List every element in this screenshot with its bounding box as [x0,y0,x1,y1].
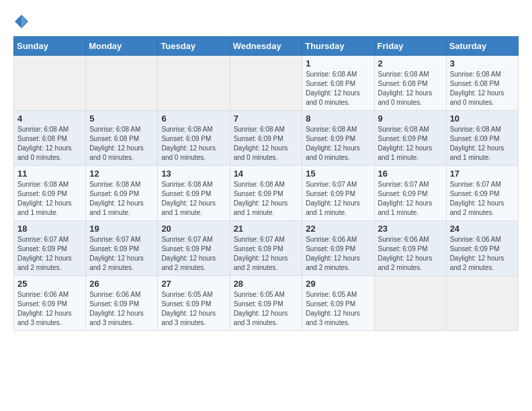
day-info: Sunrise: 6:07 AM Sunset: 6:09 PM Dayligh… [306,180,370,218]
weekday-header-sunday: Sunday [14,37,86,56]
calendar-cell: 23Sunrise: 6:06 AM Sunset: 6:09 PM Dayli… [374,221,446,276]
calendar-cell [374,276,446,331]
day-info: Sunrise: 6:06 AM Sunset: 6:09 PM Dayligh… [306,235,370,273]
day-number: 15 [306,169,370,179]
calendar-cell: 21Sunrise: 6:07 AM Sunset: 6:09 PM Dayli… [230,221,302,276]
calendar-cell: 27Sunrise: 6:05 AM Sunset: 6:09 PM Dayli… [158,276,230,331]
day-number: 9 [378,113,443,124]
calendar-cell [230,56,302,111]
day-info: Sunrise: 6:08 AM Sunset: 6:08 PM Dayligh… [450,70,515,107]
day-info: Sunrise: 6:05 AM Sunset: 6:09 PM Dayligh… [234,290,299,328]
day-number: 14 [234,169,299,179]
day-info: Sunrise: 6:05 AM Sunset: 6:09 PM Dayligh… [306,290,370,328]
weekday-header-wednesday: Wednesday [230,37,302,56]
calendar-week-row: 4Sunrise: 6:08 AM Sunset: 6:08 PM Daylig… [14,111,519,166]
day-info: Sunrise: 6:05 AM Sunset: 6:09 PM Dayligh… [161,290,226,328]
calendar-cell: 16Sunrise: 6:07 AM Sunset: 6:09 PM Dayli… [374,166,446,221]
day-number: 11 [17,169,82,179]
day-number: 18 [17,224,82,234]
day-number: 2 [378,58,443,68]
day-info: Sunrise: 6:06 AM Sunset: 6:09 PM Dayligh… [89,290,154,328]
calendar-cell: 14Sunrise: 6:08 AM Sunset: 6:09 PM Dayli… [230,166,302,221]
calendar-cell: 9Sunrise: 6:08 AM Sunset: 6:09 PM Daylig… [374,111,446,166]
day-number: 13 [161,169,226,179]
calendar-cell: 4Sunrise: 6:08 AM Sunset: 6:08 PM Daylig… [14,111,86,166]
calendar-cell: 1Sunrise: 6:08 AM Sunset: 6:08 PM Daylig… [302,56,374,111]
calendar-week-row: 1Sunrise: 6:08 AM Sunset: 6:08 PM Daylig… [14,56,519,111]
day-info: Sunrise: 6:08 AM Sunset: 6:08 PM Dayligh… [89,125,154,163]
day-number: 12 [89,169,154,179]
calendar-cell: 6Sunrise: 6:08 AM Sunset: 6:09 PM Daylig… [158,111,230,166]
day-info: Sunrise: 6:07 AM Sunset: 6:09 PM Dayligh… [234,235,299,273]
calendar-table: SundayMondayTuesdayWednesdayThursdayFrid… [13,36,519,331]
calendar-cell: 13Sunrise: 6:08 AM Sunset: 6:09 PM Dayli… [158,166,230,221]
day-number: 28 [234,279,299,289]
day-number: 7 [234,113,299,124]
day-number: 8 [306,113,370,124]
calendar-cell [158,56,230,111]
day-info: Sunrise: 6:08 AM Sunset: 6:09 PM Dayligh… [17,180,82,218]
day-info: Sunrise: 6:07 AM Sunset: 6:09 PM Dayligh… [89,235,154,273]
day-info: Sunrise: 6:08 AM Sunset: 6:09 PM Dayligh… [161,125,226,163]
calendar-week-row: 11Sunrise: 6:08 AM Sunset: 6:09 PM Dayli… [14,166,519,221]
calendar-cell: 10Sunrise: 6:08 AM Sunset: 6:09 PM Dayli… [446,111,518,166]
day-info: Sunrise: 6:08 AM Sunset: 6:09 PM Dayligh… [450,125,515,163]
calendar-cell: 26Sunrise: 6:06 AM Sunset: 6:09 PM Dayli… [86,276,158,331]
calendar-cell: 2Sunrise: 6:08 AM Sunset: 6:08 PM Daylig… [374,56,446,111]
calendar-cell: 24Sunrise: 6:06 AM Sunset: 6:09 PM Dayli… [446,221,518,276]
logo [13,13,32,30]
calendar-cell: 15Sunrise: 6:07 AM Sunset: 6:09 PM Dayli… [302,166,374,221]
day-info: Sunrise: 6:06 AM Sunset: 6:09 PM Dayligh… [378,235,443,273]
day-info: Sunrise: 6:06 AM Sunset: 6:09 PM Dayligh… [17,290,82,328]
calendar-cell: 11Sunrise: 6:08 AM Sunset: 6:09 PM Dayli… [14,166,86,221]
calendar-cell: 25Sunrise: 6:06 AM Sunset: 6:09 PM Dayli… [14,276,86,331]
calendar-week-row: 25Sunrise: 6:06 AM Sunset: 6:09 PM Dayli… [14,276,519,331]
day-info: Sunrise: 6:08 AM Sunset: 6:09 PM Dayligh… [161,180,226,218]
day-info: Sunrise: 6:08 AM Sunset: 6:09 PM Dayligh… [234,180,299,218]
day-info: Sunrise: 6:08 AM Sunset: 6:09 PM Dayligh… [306,125,370,163]
day-number: 16 [378,169,443,179]
calendar-cell [14,56,86,111]
calendar-cell: 28Sunrise: 6:05 AM Sunset: 6:09 PM Dayli… [230,276,302,331]
day-number: 19 [89,224,154,234]
day-info: Sunrise: 6:08 AM Sunset: 6:08 PM Dayligh… [17,125,82,163]
weekday-header-saturday: Saturday [446,37,518,56]
day-info: Sunrise: 6:08 AM Sunset: 6:08 PM Dayligh… [306,70,370,107]
calendar-cell: 3Sunrise: 6:08 AM Sunset: 6:08 PM Daylig… [446,56,518,111]
calendar-cell: 5Sunrise: 6:08 AM Sunset: 6:08 PM Daylig… [86,111,158,166]
calendar-week-row: 18Sunrise: 6:07 AM Sunset: 6:09 PM Dayli… [14,221,519,276]
calendar-cell [446,276,518,331]
day-number: 24 [450,224,515,234]
calendar-cell: 7Sunrise: 6:08 AM Sunset: 6:09 PM Daylig… [230,111,302,166]
day-number: 1 [306,58,370,68]
day-number: 10 [450,113,515,124]
day-info: Sunrise: 6:08 AM Sunset: 6:09 PM Dayligh… [234,125,299,163]
weekday-header-monday: Monday [86,37,158,56]
day-number: 29 [306,279,370,289]
calendar-cell [86,56,158,111]
day-number: 3 [450,58,515,68]
day-info: Sunrise: 6:07 AM Sunset: 6:09 PM Dayligh… [378,180,443,218]
weekday-header-thursday: Thursday [302,37,374,56]
day-number: 23 [378,224,443,234]
day-number: 5 [89,113,154,124]
day-number: 21 [234,224,299,234]
calendar-cell: 12Sunrise: 6:08 AM Sunset: 6:09 PM Dayli… [86,166,158,221]
calendar-cell: 8Sunrise: 6:08 AM Sunset: 6:09 PM Daylig… [302,111,374,166]
day-number: 22 [306,224,370,234]
day-number: 20 [161,224,226,234]
calendar-header-row: SundayMondayTuesdayWednesdayThursdayFrid… [14,37,519,56]
day-number: 27 [161,279,226,289]
logo-icon [13,13,30,30]
weekday-header-friday: Friday [374,37,446,56]
calendar-cell: 20Sunrise: 6:07 AM Sunset: 6:09 PM Dayli… [158,221,230,276]
weekday-header-tuesday: Tuesday [158,37,230,56]
day-number: 4 [17,113,82,124]
day-info: Sunrise: 6:08 AM Sunset: 6:09 PM Dayligh… [378,125,443,163]
calendar-cell: 18Sunrise: 6:07 AM Sunset: 6:09 PM Dayli… [14,221,86,276]
day-number: 25 [17,279,82,289]
day-number: 6 [161,113,226,124]
day-info: Sunrise: 6:08 AM Sunset: 6:09 PM Dayligh… [89,180,154,218]
day-info: Sunrise: 6:07 AM Sunset: 6:09 PM Dayligh… [17,235,82,273]
day-number: 17 [450,169,515,179]
